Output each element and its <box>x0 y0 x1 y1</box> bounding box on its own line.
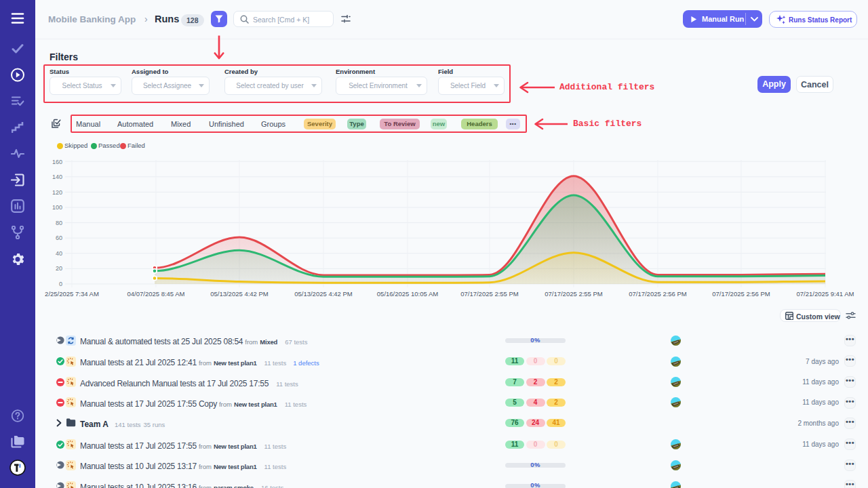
svg-text:07/17/2025 2:56 PM: 07/17/2025 2:56 PM <box>712 290 770 298</box>
svg-text:07/21/2025 9:41 AM: 07/21/2025 9:41 AM <box>796 290 854 298</box>
svg-text:07/17/2025 2:55 PM: 07/17/2025 2:55 PM <box>460 290 519 298</box>
svg-text:60: 60 <box>56 235 62 241</box>
svg-text:20: 20 <box>56 265 62 272</box>
svg-text:04/07/2025 8:45 AM: 04/07/2025 8:45 AM <box>127 290 184 298</box>
svg-text:40: 40 <box>56 250 62 257</box>
svg-text:07/17/2025 2:56 PM: 07/17/2025 2:56 PM <box>629 290 687 298</box>
svg-text:160: 160 <box>52 159 62 165</box>
svg-text:05/13/2025 4:42 PM: 05/13/2025 4:42 PM <box>210 290 269 298</box>
svg-text:2/25/2025 7:34 AM: 2/25/2025 7:34 AM <box>45 290 99 298</box>
svg-text:140: 140 <box>52 174 62 180</box>
svg-text:80: 80 <box>56 220 62 226</box>
svg-text:07/17/2025 2:55 PM: 07/17/2025 2:55 PM <box>545 290 603 298</box>
svg-text:05/16/2025 10:05 AM: 05/16/2025 10:05 AM <box>377 290 438 298</box>
svg-text:120: 120 <box>52 189 62 196</box>
svg-text:0: 0 <box>59 281 62 287</box>
svg-text:05/13/2025 4:42 PM: 05/13/2025 4:42 PM <box>294 290 353 298</box>
svg-text:100: 100 <box>52 204 62 211</box>
